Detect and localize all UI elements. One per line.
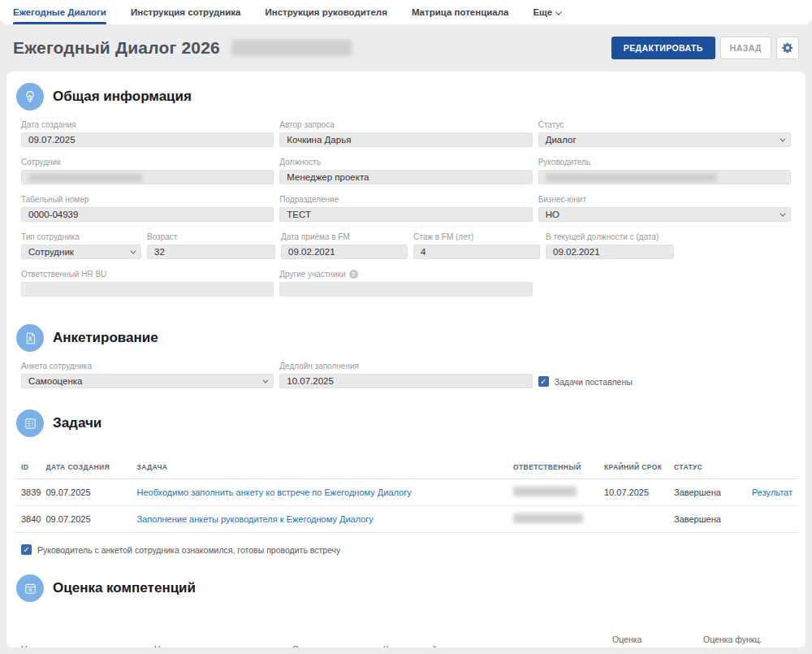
field-label: Табельный номер bbox=[21, 195, 274, 204]
chevron-down-icon bbox=[130, 248, 136, 253]
tab-employee-instructions[interactable]: Инструкция сотрудника bbox=[131, 1, 241, 24]
page-title: Ежегодный Диалог 2026 bbox=[13, 38, 220, 58]
column-header-manager-score: Оценка руководителя bbox=[612, 630, 703, 648]
column-header-responsible: Ответственный bbox=[513, 458, 604, 479]
question-circle-icon[interactable] bbox=[349, 270, 358, 279]
field-label: Руководитель bbox=[538, 158, 791, 167]
section-title-competencies: Оценка компетенций bbox=[53, 580, 196, 596]
employee-form-value: Самооценка bbox=[28, 376, 82, 386]
tab-more[interactable]: Еще bbox=[533, 1, 561, 24]
questionnaire-header: Анкетирование bbox=[15, 319, 797, 362]
manager-ack-checkbox-label: Руководитель с анкетой сотрудника ознако… bbox=[37, 545, 340, 555]
current-position-since-field[interactable] bbox=[546, 245, 674, 259]
competencies-table: Ценность Название компетенции Оценка сот… bbox=[15, 630, 797, 648]
table-row: 3840 09.07.2025 Заполнение анкеты руково… bbox=[15, 506, 797, 533]
top-navigation: Ежегодные Диалоги Инструкция сотрудника … bbox=[0, 0, 812, 24]
employee-type-select[interactable]: Сотрудник bbox=[21, 245, 141, 259]
column-header-competency: Название компетенции bbox=[154, 639, 292, 648]
tab-manager-instructions[interactable]: Инструкция руководителя bbox=[265, 1, 387, 24]
section-title-questionnaire: Анкетирование bbox=[53, 330, 158, 346]
field-label: Анкета сотрудника bbox=[21, 362, 274, 370]
column-header-result bbox=[745, 458, 797, 479]
column-header-status: Статус bbox=[674, 458, 745, 479]
header-actions: РЕДАКТИРОВАТЬ НАЗАД bbox=[611, 37, 799, 59]
responsible-hr-field[interactable] bbox=[21, 282, 274, 297]
redacted-text bbox=[28, 173, 142, 182]
settings-button[interactable] bbox=[776, 37, 799, 59]
creation-date-field[interactable] bbox=[21, 132, 274, 147]
main-card: Общая информация Дата создания Автор зап… bbox=[6, 71, 806, 648]
personnel-number-field[interactable] bbox=[21, 207, 274, 222]
tab-potential-matrix[interactable]: Матрица потенциала bbox=[412, 1, 509, 24]
column-header-employee-comment: Комментарий сотрудника bbox=[383, 639, 612, 648]
tab-annual-dialogs[interactable]: Ежегодные Диалоги bbox=[13, 1, 106, 24]
field-label: Дедлайн заполнения bbox=[279, 362, 532, 370]
column-header-task: Задача bbox=[136, 458, 513, 479]
column-header-value: Ценность bbox=[15, 639, 154, 648]
section-general-info: Общая информация Дата создания Автор зап… bbox=[15, 78, 797, 297]
calendar-star-icon bbox=[16, 574, 44, 602]
result-link[interactable]: Результат bbox=[752, 487, 793, 497]
tasks-table: ID Дата создания Задача Ответственный Кр… bbox=[15, 458, 797, 533]
person-document-icon bbox=[16, 324, 44, 352]
task-link[interactable]: Необходимо заполнить анкету ко встрече п… bbox=[136, 487, 411, 497]
field-label: Ответственный HR BU bbox=[21, 270, 274, 279]
page-header: Ежегодный Диалог 2026 РЕДАКТИРОВАТЬ НАЗА… bbox=[0, 24, 812, 71]
field-label: Бизнес-юнит bbox=[538, 195, 791, 204]
task-created-date: 09.07.2025 bbox=[45, 506, 136, 533]
gear-icon bbox=[781, 41, 794, 54]
back-button[interactable]: НАЗАД bbox=[720, 37, 771, 59]
status-value: Диалог bbox=[546, 135, 577, 145]
section-title-general: Общая информация bbox=[53, 89, 192, 105]
field-label: Статус bbox=[538, 120, 791, 129]
position-field[interactable] bbox=[279, 170, 532, 184]
deadline-field[interactable] bbox=[279, 374, 532, 388]
tasks-set-checkbox[interactable] bbox=[538, 376, 549, 387]
manager-ack-checkbox[interactable] bbox=[21, 544, 32, 555]
lightbulb-icon bbox=[16, 83, 44, 110]
column-header-deadline: Крайний срок bbox=[604, 458, 674, 479]
task-deadline: 10.07.2025 bbox=[604, 479, 674, 506]
competencies-header: Оценка компетенций bbox=[15, 570, 797, 612]
status-select[interactable]: Диалог bbox=[538, 132, 791, 147]
field-label: Стаж в FM (лет) bbox=[413, 232, 540, 241]
column-header-self-score: Оценка сотрудника bbox=[292, 639, 383, 648]
field-label: Другие участники bbox=[279, 270, 532, 279]
field-label: Дата приёма в FM bbox=[281, 232, 408, 241]
task-status: Завершена bbox=[674, 506, 745, 533]
department-field[interactable] bbox=[279, 207, 532, 222]
redacted-text bbox=[513, 513, 583, 523]
age-field[interactable] bbox=[147, 245, 275, 259]
manager-field[interactable] bbox=[538, 170, 791, 184]
task-list-icon bbox=[16, 409, 44, 437]
hire-date-field[interactable] bbox=[281, 245, 408, 259]
business-unit-value: НО bbox=[546, 210, 559, 219]
other-participants-field[interactable] bbox=[279, 282, 532, 297]
tenure-field[interactable] bbox=[413, 245, 540, 259]
task-status: Завершена bbox=[674, 479, 745, 506]
chevron-down-icon bbox=[263, 377, 269, 383]
employee-form-select[interactable]: Самооценка bbox=[21, 374, 274, 388]
column-header-func-manager-score: Оценка функц. руководителя bbox=[703, 630, 797, 648]
edit-button[interactable]: РЕДАКТИРОВАТЬ bbox=[611, 37, 715, 59]
tab-more-label: Еще bbox=[533, 7, 552, 17]
request-author-field[interactable] bbox=[279, 132, 532, 147]
task-id: 3839 bbox=[15, 479, 45, 506]
manager-ack-row: Руководитель с анкетой сотрудника ознако… bbox=[15, 533, 797, 570]
field-label: Тип сотрудника bbox=[21, 232, 141, 241]
field-label: Должность bbox=[279, 158, 532, 167]
business-unit-select[interactable]: НО bbox=[538, 207, 791, 222]
employee-field[interactable] bbox=[21, 170, 274, 184]
field-label: Автор запроса bbox=[279, 120, 532, 129]
section-title-tasks: Задачи bbox=[53, 415, 102, 431]
tasks-table-header-row: ID Дата создания Задача Ответственный Кр… bbox=[15, 458, 797, 479]
field-label: Возраст bbox=[147, 232, 275, 241]
task-link[interactable]: Заполнение анкеты руководителя к Ежегодн… bbox=[136, 514, 373, 524]
redacted-text bbox=[546, 173, 716, 182]
column-header-id: ID bbox=[15, 458, 45, 479]
table-row: 3839 09.07.2025 Необходимо заполнить анк… bbox=[15, 479, 797, 506]
tasks-header: Задачи bbox=[15, 405, 797, 447]
general-info-header: Общая информация bbox=[15, 78, 797, 120]
field-label-text: Другие участники bbox=[279, 270, 345, 279]
field-label: В текущей должности с (дата) bbox=[546, 232, 674, 241]
